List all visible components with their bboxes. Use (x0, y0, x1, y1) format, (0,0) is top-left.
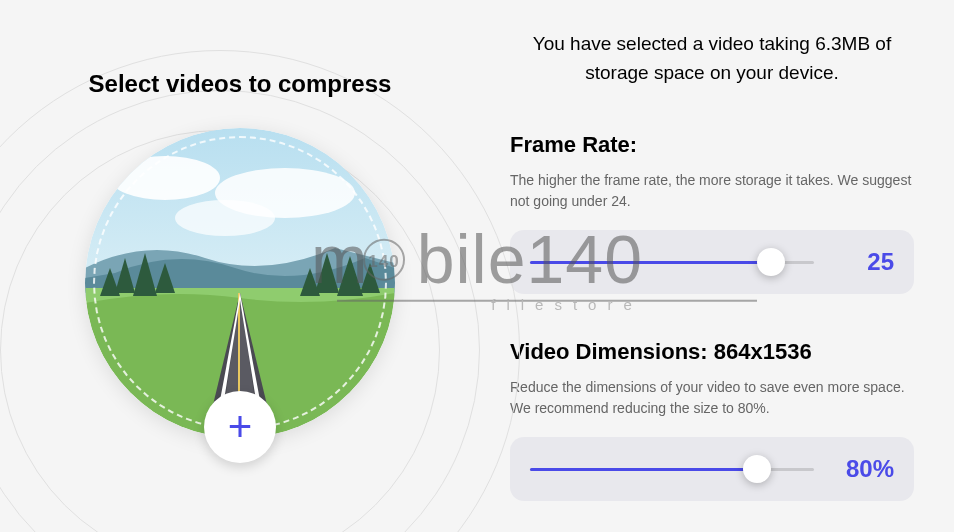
plus-icon: + (228, 406, 253, 448)
frame-rate-slider[interactable] (530, 250, 814, 274)
frame-rate-slider-container: 25 (510, 230, 914, 294)
svg-point-4 (175, 200, 275, 236)
selection-info-text: You have selected a video taking 6.3MB o… (510, 30, 914, 87)
select-videos-title: Select videos to compress (0, 70, 480, 98)
frame-rate-description: The higher the frame rate, the more stor… (510, 170, 914, 212)
right-panel: You have selected a video taking 6.3MB o… (480, 0, 954, 532)
dimensions-slider-thumb[interactable] (743, 455, 771, 483)
frame-rate-value: 25 (834, 248, 894, 276)
dimensions-title: Video Dimensions: 864x1536 (510, 339, 914, 365)
left-panel: Select videos to compress (0, 0, 480, 532)
frame-rate-slider-thumb[interactable] (757, 248, 785, 276)
svg-point-2 (110, 156, 220, 200)
dimensions-slider-container: 80% (510, 437, 914, 501)
dimensions-description: Reduce the dimensions of your video to s… (510, 377, 914, 419)
video-preview: + (85, 128, 395, 438)
add-video-button[interactable]: + (204, 391, 276, 463)
frame-rate-title: Frame Rate: (510, 132, 914, 158)
dimensions-slider[interactable] (530, 457, 814, 481)
dimensions-value: 80% (834, 455, 894, 483)
